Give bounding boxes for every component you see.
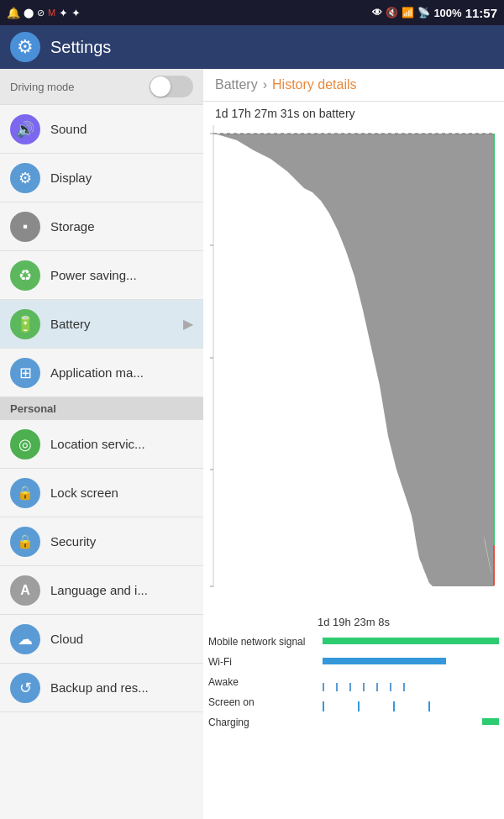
display-icon-bg: ⚙	[10, 163, 40, 193]
security-label: Security	[50, 534, 193, 549]
awake-ticks	[323, 678, 499, 686]
wifi-row: Wi-Fi	[208, 652, 499, 672]
sidebar-item-storage[interactable]: ▪ Storage	[0, 202, 203, 251]
location-icon: ◎	[18, 435, 32, 454]
screen-tick-marks	[323, 698, 499, 711]
awake-tick-marks	[323, 678, 499, 691]
bottom-time-label: 1d 19h 23m 8s	[203, 612, 504, 632]
security-icon-bg: 🔒	[10, 527, 40, 557]
appma-icon-bg: ⊞	[10, 358, 40, 388]
wifi-bar	[323, 658, 499, 666]
charging-bar-area	[323, 718, 499, 727]
appma-label: Application ma...	[50, 365, 193, 380]
driving-mode-toggle[interactable]	[150, 76, 193, 97]
appma-icon: ⊞	[19, 364, 32, 382]
sidebar-item-display[interactable]: ⚙ Display	[0, 154, 203, 202]
sound-icon: 🔊	[16, 120, 34, 139]
backup-label: Backup and res...	[50, 680, 193, 695]
language-label: Language and i...	[50, 583, 193, 597]
sidebar: Driving mode 🔊 Sound ⚙ Display ▪ Storage	[0, 69, 203, 819]
battery-label: Battery	[50, 317, 173, 331]
battery-percent: 100%	[433, 7, 461, 19]
settings-icon	[10, 32, 40, 62]
main-layout: Driving mode 🔊 Sound ⚙ Display ▪ Storage	[0, 69, 504, 819]
display-label: Display	[50, 171, 193, 185]
wifi-label: Wi-Fi	[208, 656, 318, 668]
battery-small-icon: ⬤	[24, 8, 34, 18]
awake-label: Awake	[208, 676, 318, 688]
language-icon-bg: A	[10, 575, 40, 606]
charging-bar-fill	[323, 718, 499, 727]
awake-tick-3	[349, 683, 351, 691]
charging-row: Charging	[208, 712, 499, 732]
awake-row: Awake	[208, 672, 499, 692]
cloud-label: Cloud	[50, 632, 193, 646]
page-title: Settings	[50, 38, 111, 57]
breadcrumb-battery: Battery	[215, 77, 258, 92]
title-bar: Settings	[0, 25, 504, 69]
language-icon: A	[20, 583, 30, 598]
battery-chart-container	[203, 125, 504, 612]
screen-tick-2	[358, 701, 360, 711]
driving-mode-row[interactable]: Driving mode	[0, 69, 203, 105]
awake-tick-7	[403, 683, 405, 691]
sidebar-item-cloud[interactable]: ☁ Cloud	[0, 615, 203, 664]
backup-icon: ↺	[19, 679, 32, 697]
backup-icon-bg: ↺	[10, 673, 40, 703]
right-panel: Battery › History details 1d 17h 27m 31s…	[203, 69, 504, 819]
mute-icon: 🔇	[386, 7, 398, 18]
lock-screen-label: Lock screen	[50, 486, 193, 500]
storage-icon-bg: ▪	[10, 212, 40, 242]
sidebar-item-backup[interactable]: ↺ Backup and res...	[0, 664, 203, 712]
awake-tick-1	[323, 683, 324, 691]
awake-tick-5	[376, 683, 378, 691]
cloud-icon: ☁	[18, 630, 33, 648]
awake-tick-4	[363, 683, 365, 691]
status-bar: 🔔 ⬤ ⊘ M ✦ ✦ 👁 🔇 📶 📡 100% 11:57	[0, 0, 504, 25]
awake-tick-6	[390, 683, 391, 691]
battery-chart-svg	[203, 125, 504, 604]
mobile-signal-bar-fill	[323, 638, 499, 644]
block-icon: ⊘	[37, 8, 45, 18]
sound-icon-bg: 🔊	[10, 114, 40, 144]
mobile-signal-row: Mobile network signal	[208, 632, 499, 652]
wifi-icon: 📶	[402, 7, 414, 18]
awake-tick-2	[336, 683, 338, 691]
sidebar-item-application-manager[interactable]: ⊞ Application ma...	[0, 349, 203, 397]
power-icon-bg: ♻	[10, 260, 40, 291]
sound-label: Sound	[50, 122, 193, 136]
power-saving-label: Power saving...	[50, 268, 193, 282]
signal-section: Mobile network signal Wi-Fi Awake	[203, 632, 504, 732]
location-label: Location servic...	[50, 437, 193, 451]
cloud-icon-bg: ☁	[10, 624, 40, 654]
sidebar-item-power-saving[interactable]: ♻ Power saving...	[0, 251, 203, 300]
lock-icon-bg: 🔒	[10, 478, 40, 508]
sidebar-item-security[interactable]: 🔒 Security	[0, 517, 203, 566]
screen-on-bar	[323, 698, 499, 706]
sidebar-item-language[interactable]: A Language and i...	[0, 566, 203, 615]
sidebar-item-lock-screen[interactable]: 🔒 Lock screen	[0, 469, 203, 517]
status-icons-right: 👁 🔇 📶 📡 100% 11:57	[372, 6, 497, 20]
breadcrumb-current: History details	[272, 77, 356, 92]
status-icons-left: 🔔 ⬤ ⊘ M ✦ ✦	[7, 7, 81, 19]
battery-arrow-icon: ▶	[183, 316, 193, 332]
signal-icon: 📡	[417, 7, 430, 18]
sidebar-item-location[interactable]: ◎ Location servic...	[0, 420, 203, 469]
screen-on-row: Screen on	[208, 692, 499, 712]
battery-icon-bg: 🔋	[10, 309, 40, 339]
screen-on-label: Screen on	[208, 696, 318, 708]
charging-green-bar	[482, 718, 499, 725]
lock-icon: 🔒	[17, 485, 34, 501]
storage-icon: ▪	[23, 218, 28, 235]
sidebar-item-sound[interactable]: 🔊 Sound	[0, 105, 203, 154]
driving-mode-label: Driving mode	[10, 81, 75, 93]
sidebar-item-battery[interactable]: 🔋 Battery ▶	[0, 300, 203, 349]
battery-icon: 🔋	[16, 315, 34, 333]
eye-icon: 👁	[372, 7, 382, 18]
mobile-signal-bar	[323, 638, 499, 646]
security-icon: 🔒	[17, 533, 34, 549]
gear-icon	[17, 36, 34, 58]
wifi-bar-fill	[323, 658, 446, 664]
mobile-signal-label: Mobile network signal	[208, 636, 318, 648]
storage-label: Storage	[50, 219, 193, 234]
